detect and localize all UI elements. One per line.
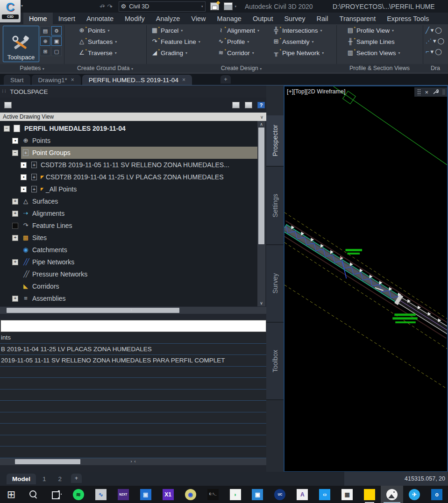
item-view-orientation-icon[interactable] — [231, 100, 241, 110]
panel-label-draw[interactable]: Dra — [423, 64, 448, 72]
new-icon[interactable] — [26, 3, 34, 10]
list-item[interactable] — [0, 390, 266, 401]
surfaces-button[interactable]: △ Surfaces ▾ — [78, 38, 117, 45]
tree-item-points[interactable]: Points — [0, 135, 257, 147]
expand-toggle-icon[interactable] — [12, 150, 18, 156]
tab-transparent[interactable]: Transparent — [334, 13, 382, 24]
line-tool-icon[interactable]: ╱▾◯ — [426, 27, 444, 34]
app-window-icon[interactable]: ▣ — [135, 486, 157, 503]
assembly-button[interactable]: ⊞Assembly▾ — [272, 38, 324, 45]
tree-item-corridors[interactable]: Corridors — [0, 280, 257, 292]
app-menu-button[interactable]: C C3D — [0, 0, 21, 22]
sample-lines-button[interactable]: ╫Sample Lines▾ — [347, 38, 400, 45]
preview-toggle-icon[interactable] — [243, 100, 254, 110]
preview-icon[interactable] — [224, 2, 233, 10]
tree-item-pressure-networks[interactable]: Pressure Networks — [0, 268, 257, 280]
expand-toggle-icon[interactable] — [21, 174, 27, 180]
tree-item-group-sv[interactable]: CSDT2B 2019-11-05 11-11 SV RELLENO ZONA … — [0, 159, 257, 171]
traverse-button[interactable]: ∠ Traverse ▾ — [78, 49, 117, 57]
intersections-button[interactable]: ╬Intersections▾ — [272, 27, 324, 34]
tree-vertical-scrollbar[interactable]: ∧ ∨ — [257, 121, 265, 306]
expand-toggle-icon[interactable] — [12, 211, 18, 217]
tree-item-group-lv[interactable]: CSDT2B 2019-11-04 11-25 LV PLACAS ZONA H… — [0, 171, 257, 183]
task-view-icon[interactable] — [45, 486, 67, 503]
coordinate-geometry-icon[interactable]: ⊞ — [40, 47, 50, 56]
list-item[interactable] — [0, 435, 266, 447]
list-item[interactable] — [0, 401, 266, 412]
expand-toggle-icon[interactable] — [12, 296, 18, 302]
survey-palette-icon[interactable]: ⊕ — [40, 36, 50, 46]
customize-wrench-icon[interactable] — [432, 89, 439, 95]
list-item[interactable]: B 2019-11-04 11-25 LV PLACAS ZONA HUMEDA… — [0, 344, 266, 355]
list-item[interactable] — [0, 424, 266, 435]
new-drawing-tab-button[interactable]: + — [220, 75, 231, 84]
viewport-controls-label[interactable]: [+][Top][2D Wireframe] — [287, 88, 345, 95]
points-button[interactable]: ⊕ Points ▾ — [78, 27, 117, 34]
side-tab-prospector[interactable]: Prospector — [266, 115, 284, 167]
expand-toggle-icon[interactable] — [12, 138, 18, 144]
save-icon[interactable] — [50, 3, 58, 10]
google-earth-icon[interactable]: ◉ — [179, 486, 202, 503]
doc-tab-start[interactable]: Start × — [4, 75, 30, 85]
section-views-button[interactable]: ▥Section Views▾ — [347, 49, 400, 57]
layout-tab-model[interactable]: Model — [7, 474, 36, 484]
tab-insert[interactable]: Insert — [53, 13, 81, 24]
panel-label-create-ground-data[interactable]: Create Ground Data ▾ — [64, 64, 146, 72]
doc-tab-perfil[interactable]: PERFIL HUMED...S 2019-11-04 × — [82, 75, 192, 85]
vscode-icon[interactable]: ‹› — [313, 486, 336, 503]
toolspace-header[interactable]: ⠇⠇ TOOLSPACE — [0, 85, 266, 98]
toolspace-button[interactable]: Toolspace — [3, 26, 39, 62]
nzxt-cam-icon[interactable]: NZXT — [112, 486, 135, 503]
layout-tab-2[interactable]: 2 — [53, 474, 68, 484]
tab-annotate[interactable]: Annotate — [81, 13, 119, 24]
expand-toggle-icon[interactable] — [12, 259, 18, 265]
app-menu-caret[interactable]: ▾ — [21, 4, 23, 8]
expand-toggle-icon[interactable] — [12, 198, 18, 205]
spotify-icon[interactable]: ≋ — [67, 486, 90, 503]
tab-modify[interactable]: Modify — [119, 13, 150, 24]
drawing-canvas[interactable] — [284, 86, 447, 469]
start-icon[interactable]: ⊞ — [0, 486, 22, 503]
sticky-notes-icon[interactable] — [358, 486, 381, 503]
your-phone-icon[interactable]: ▣ — [246, 486, 269, 503]
doc-tab-drawing1[interactable]: Drawing1* × — [32, 75, 81, 85]
x1-icon[interactable]: X1 — [157, 486, 179, 503]
points-line-tool-icon[interactable]: ⋰▾◯ — [426, 37, 444, 44]
hardware-monitor-icon[interactable]: ∿ — [90, 486, 112, 503]
profile-button[interactable]: ∿Profile▾ — [217, 38, 259, 45]
drawing-viewport[interactable]: [+][Top][2D Wireframe] × — [284, 85, 448, 472]
expand-toggle-icon[interactable] — [21, 162, 27, 168]
uc-browser-icon[interactable]: UC — [269, 486, 291, 503]
tree-item-alignments[interactable]: Alignments — [0, 207, 257, 220]
help-icon[interactable]: ? — [256, 100, 266, 110]
tab-rail[interactable]: Rail — [311, 13, 334, 24]
command-line-icon[interactable] — [442, 89, 445, 95]
terminal-icon[interactable]: C:\_ — [202, 486, 224, 503]
drag-grip-icon[interactable]: ⠇⠇ — [2, 89, 7, 94]
grading-button[interactable]: ◢Grading▾ — [151, 49, 200, 57]
list-item[interactable] — [0, 446, 266, 458]
list-item[interactable] — [0, 367, 266, 378]
open-drawing-icon[interactable] — [3, 100, 13, 110]
drag-grip-icon[interactable] — [417, 89, 421, 95]
list-item[interactable] — [0, 412, 266, 424]
outlook-icon[interactable]: o — [426, 486, 448, 503]
close-icon[interactable]: × — [71, 77, 74, 83]
feature-line-button[interactable]: ↷Feature Line▾ — [151, 38, 200, 45]
settings-gear-icon[interactable]: ⚙ — [51, 26, 62, 35]
alignment-button[interactable]: ≀Alignment▾ — [217, 27, 259, 34]
side-tab-toolbox[interactable]: Toolbox — [266, 323, 284, 400]
toolbox-palette-icon[interactable]: ▣ — [51, 36, 62, 46]
photos-icon[interactable] — [381, 486, 403, 503]
panel-label-create-design[interactable]: Create Design ▾ — [146, 64, 336, 72]
tree-item-assemblies[interactable]: Assemblies — [0, 292, 257, 305]
layout-tab-1[interactable]: 1 — [37, 474, 52, 484]
list-horizontal-scrollbar[interactable]: ‹ › — [0, 458, 266, 465]
side-tab-settings[interactable]: Settings — [266, 167, 284, 245]
panel-label-palettes[interactable]: Palettes ▾ — [0, 64, 64, 72]
tree-item-sites[interactable]: Sites — [0, 232, 257, 244]
tab-manage[interactable]: Manage — [212, 13, 247, 24]
open-icon[interactable] — [38, 3, 46, 10]
expand-toggle-icon[interactable] — [21, 186, 27, 192]
tab-survey[interactable]: Survey — [278, 13, 311, 24]
